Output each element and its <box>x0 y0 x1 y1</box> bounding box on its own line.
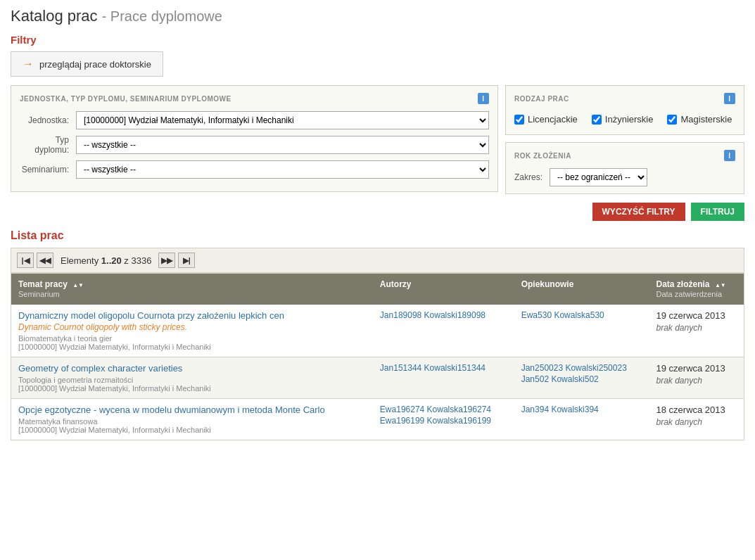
zakres-label: Zakres: <box>514 172 543 182</box>
date-confirmed: brak danych <box>656 417 737 427</box>
col-opiekunowie: Opiekunowie <box>514 274 649 305</box>
sort-data-icon[interactable]: ▲▼ <box>715 283 726 288</box>
work-unit: [10000000] Wydział Matematyki, Informaty… <box>18 343 366 351</box>
work-unit: [10000000] Wydział Matematyki, Informaty… <box>18 384 366 393</box>
rodzaj-title: RODZAJ PRAC i <box>514 93 735 104</box>
lista-title: Lista prac <box>11 229 744 242</box>
jednostka-row: Jednostka: [10000000] Wydział Matematyki… <box>20 111 489 129</box>
date-main: 19 czerwca 2013 <box>656 363 737 374</box>
left-filter-info-icon[interactable]: i <box>478 93 489 104</box>
seminarium-label: Seminarium: <box>20 165 76 174</box>
seminarium-select[interactable]: -- wszystkie -- <box>76 160 489 179</box>
magisterskie-checkbox[interactable] <box>667 115 677 125</box>
zakres-row: Zakres: -- bez ograniczeń -- <box>514 168 735 186</box>
right-filters: RODZAJ PRAC i Licencjackie Inżynierskie … <box>505 85 744 194</box>
cell-opiekunowie: Jan394 Kowalski394 <box>514 399 649 440</box>
inzynierskie-checkbox[interactable] <box>592 115 602 125</box>
work-subtitle: Dynamic Cournot oligopoly with sticky pr… <box>18 322 366 332</box>
arrow-icon: → <box>23 58 34 70</box>
jednostka-select[interactable]: [10000000] Wydział Matematyki, Informaty… <box>76 111 489 129</box>
work-seminar: Biomatematyka i teoria gier <box>18 334 366 343</box>
lista-section: Lista prac |◀ ◀◀ Elementy 1..20 z 3336 ▶… <box>11 229 744 440</box>
author-link[interactable]: Jan189098 Kowalski189098 <box>380 310 507 320</box>
col-data: Data złożenia ▲▼ Data zatwierdzenia <box>649 274 744 305</box>
seminarium-row: Seminarium: -- wszystkie -- <box>20 160 489 179</box>
work-seminar: Matematyka finansowa <box>18 417 366 426</box>
magisterskie-label: Magisterskie <box>680 114 732 125</box>
cell-data: 18 czerwca 2013brak danych <box>649 399 744 440</box>
author-link[interactable]: Jan151344 Kowalski151344 <box>380 363 507 373</box>
author-link[interactable]: Ewa196274 Kowalska196274 <box>380 405 507 414</box>
jednostka-label: Jednostka: <box>20 115 76 125</box>
rok-info-icon[interactable]: i <box>724 150 735 161</box>
zakres-select[interactable]: -- bez ograniczeń -- <box>550 168 647 186</box>
prev-page-button[interactable]: ◀◀ <box>37 253 53 268</box>
left-filter-title: JEDNOSTKA, TYP DYPLOMU, SEMINARIUM DYPLO… <box>20 93 489 104</box>
typ-dyplomu-select[interactable]: -- wszystkie -- <box>76 136 489 154</box>
date-main: 18 czerwca 2013 <box>656 405 737 415</box>
cell-autorzy: Ewa196274 Kowalska196274Ewa196199 Kowals… <box>373 399 514 440</box>
col-temat: Temat pracy ▲▼ Seminarium <box>11 274 373 305</box>
works-table: Temat pracy ▲▼ Seminarium Autorzy Opieku… <box>11 273 744 440</box>
cell-data: 19 czerwca 2013brak danych <box>649 357 744 399</box>
action-buttons: WYCZYŚĆ FILTRY FILTRUJ <box>11 203 744 221</box>
filter-button[interactable]: FILTRUJ <box>691 203 744 221</box>
cell-temat: Dynamiczny model oligopolu Cournota przy… <box>11 305 373 357</box>
table-row: Geometry of complex character varietiesT… <box>11 357 744 399</box>
rok-title: ROK ZŁOŻENIA i <box>514 150 735 161</box>
filters-title: Filtry <box>11 34 744 46</box>
cell-autorzy: Jan189098 Kowalski189098 <box>373 305 514 357</box>
pagination-bar: |◀ ◀◀ Elementy 1..20 z 3336 ▶▶ ▶| <box>11 248 744 273</box>
author-link[interactable]: Ewa196199 Kowalska196199 <box>380 416 507 426</box>
table-header-row: Temat pracy ▲▼ Seminarium Autorzy Opieku… <box>11 274 744 305</box>
work-seminar: Topologia i geometria rozmaitości <box>18 376 366 384</box>
col-autorzy: Autorzy <box>373 274 514 305</box>
cell-temat: Geometry of complex character varietiesT… <box>11 357 373 399</box>
table-row: Opcje egzotyczne - wycena w modelu dwumi… <box>11 399 744 440</box>
next-page-button[interactable]: ▶▶ <box>158 253 175 268</box>
date-confirmed: brak danych <box>656 376 737 386</box>
supervisor-link[interactable]: Jan250023 Kowalski250023 <box>521 363 642 373</box>
browse-button-label: przeglądaj prace doktorskie <box>39 59 151 70</box>
table-row: Dynamiczny model oligopolu Cournota przy… <box>11 305 744 357</box>
rodzaj-prac-box: RODZAJ PRAC i Licencjackie Inżynierskie … <box>505 85 744 135</box>
browse-doktorskie-button[interactable]: → przeglądaj prace doktorskie <box>11 51 163 77</box>
filters-section: Filtry → przeglądaj prace doktorskie JED… <box>11 34 744 221</box>
inzynierskie-label: Inżynierskie <box>605 114 654 125</box>
cell-temat: Opcje egzotyczne - wycena w modelu dwumi… <box>11 399 373 440</box>
first-page-button[interactable]: |◀ <box>17 253 34 268</box>
supervisor-link[interactable]: Jan502 Kowalski502 <box>521 374 642 384</box>
licencjackie-checkbox[interactable] <box>514 115 524 125</box>
clear-filters-button[interactable]: WYCZYŚĆ FILTRY <box>592 203 685 221</box>
work-title-link[interactable]: Opcje egzotyczne - wycena w modelu dwumi… <box>18 405 325 415</box>
supervisor-link[interactable]: Jan394 Kowalski394 <box>521 405 642 414</box>
work-title-link[interactable]: Geometry of complex character varieties <box>18 363 182 374</box>
typ-dyplomu-row: Typ dyplomu: -- wszystkie -- <box>20 135 489 155</box>
cell-data: 19 czerwca 2013brak danych <box>649 305 744 357</box>
page-title: Katalog prac - Prace dyplomowe <box>11 7 744 25</box>
last-page-button[interactable]: ▶| <box>178 253 195 268</box>
typ-dyplomu-label: Typ dyplomu: <box>20 135 76 155</box>
checkboxes-row: Licencjackie Inżynierskie Magisterskie <box>514 111 735 127</box>
sort-temat-icon[interactable]: ▲▼ <box>72 283 84 288</box>
supervisor-link[interactable]: Ewa530 Kowalska530 <box>521 310 642 320</box>
inzynierskie-checkbox-item[interactable]: Inżynierskie <box>592 114 654 125</box>
cell-opiekunowie: Jan250023 Kowalski250023Jan502 Kowalski5… <box>514 357 649 399</box>
magisterskie-checkbox-item[interactable]: Magisterskie <box>667 114 732 125</box>
left-filter-box: JEDNOSTKA, TYP DYPLOMU, SEMINARIUM DYPLO… <box>11 85 498 192</box>
cell-opiekunowie: Ewa530 Kowalska530 <box>514 305 649 357</box>
page-info: Elementy 1..20 z 3336 <box>61 255 151 266</box>
rok-zlozenia-box: ROK ZŁOŻENIA i Zakres: -- bez ograniczeń… <box>505 142 744 194</box>
work-title-link[interactable]: Dynamiczny model oligopolu Cournota przy… <box>18 310 284 321</box>
date-confirmed: brak danych <box>656 323 737 333</box>
work-unit: [10000000] Wydział Matematyki, Informaty… <box>18 426 366 434</box>
cell-autorzy: Jan151344 Kowalski151344 <box>373 357 514 399</box>
date-main: 19 czerwca 2013 <box>656 310 737 321</box>
licencjackie-checkbox-item[interactable]: Licencjackie <box>514 114 578 125</box>
rodzaj-info-icon[interactable]: i <box>724 93 735 104</box>
filters-row: JEDNOSTKA, TYP DYPLOMU, SEMINARIUM DYPLO… <box>11 85 744 194</box>
licencjackie-label: Licencjackie <box>528 114 578 125</box>
